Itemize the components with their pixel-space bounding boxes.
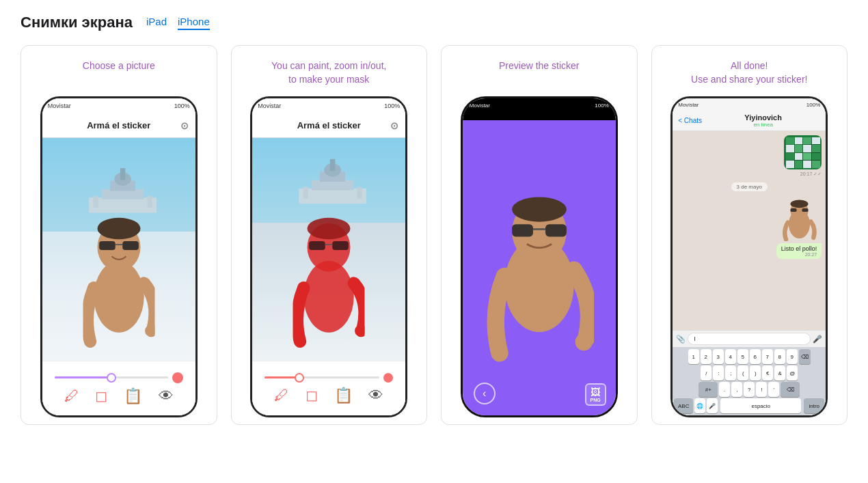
key-1[interactable]: 1 (688, 349, 699, 364)
svg-rect-25 (333, 241, 349, 250)
tab-ipad[interactable]: iPad (146, 16, 167, 30)
brush-tool-2[interactable]: 🖊 (274, 387, 289, 404)
message-input[interactable]: I (688, 333, 811, 345)
svg-rect-10 (99, 241, 116, 250)
svg-rect-38 (791, 208, 797, 212)
key-4[interactable]: 4 (725, 349, 736, 364)
svg-point-13 (145, 325, 154, 337)
key-9[interactable]: 9 (787, 349, 798, 364)
screenshots-grid: Choose a picture Movistar 100% Armá el s… (21, 45, 847, 425)
key-6[interactable]: 6 (750, 349, 761, 364)
screenshot-card-3: Preview the sticker Movistar 100% (441, 45, 638, 425)
page-header: Снимки экрана iPad iPhone (21, 14, 847, 31)
nav-bar-1: Armá el sticker ⊙ (42, 113, 195, 138)
tab-navigation: iPad iPhone (146, 16, 210, 30)
key-3[interactable]: 3 (713, 349, 724, 364)
status-bar-2: Movistar 100% (252, 98, 405, 113)
phone-mockup-4: Movistar 100% < Chats Yiyinovich en líne… (670, 96, 828, 417)
screenshot-card-4: All done! Use and share your sticker! Mo… (651, 45, 848, 425)
message-date: 3 de mayo (677, 180, 822, 194)
chat-online-status: en línea (706, 122, 820, 128)
sticker-svg-small (777, 197, 822, 241)
svg-rect-39 (802, 208, 809, 212)
slider-track-1[interactable] (55, 376, 168, 378)
key-lparen[interactable]: ( (737, 365, 748, 381)
phone-mockup-3: Movistar 100% ‹ (461, 96, 618, 417)
clipboard-tool-2[interactable]: 📋 (334, 387, 353, 404)
key-backspace[interactable]: ⌫ (799, 349, 811, 364)
keyboard-row-numbers: 1 2 3 4 5 6 7 8 9 ⌫ (674, 349, 824, 364)
photo-area-1 (42, 138, 195, 361)
page-title: Снимки экрана (21, 14, 133, 31)
key-globe[interactable]: 🌐 (694, 398, 705, 413)
toolbar-2: 🖊 ◻ 📋 👁 (252, 361, 405, 415)
color-dot-2[interactable] (383, 373, 393, 383)
key-8[interactable]: 8 (774, 349, 785, 364)
status-bar-1: Movistar 100% (42, 98, 195, 113)
key-more[interactable]: #+ (699, 382, 718, 397)
caption-2: You can paint, zoom in/out, to make your… (271, 59, 386, 87)
message-text: Listo el pollo! 20:27 (677, 243, 822, 259)
key-return[interactable]: intro (804, 398, 824, 413)
eraser-tool-2[interactable]: ◻ (306, 387, 318, 404)
msg-time-2: 20:27 (781, 252, 817, 257)
tab-iphone[interactable]: iPhone (178, 16, 210, 30)
svg-rect-18 (330, 159, 335, 171)
person-svg-1 (83, 197, 154, 361)
chat-status-bar: Movistar 100% (673, 98, 826, 111)
chat-user-info: Yiyinovich en línea (706, 113, 820, 128)
png-export-button[interactable]: 🖼 PNG (585, 383, 606, 406)
preview-tool-2[interactable]: 👁 (368, 387, 383, 404)
brush-tool[interactable]: 🖊 (64, 387, 79, 405)
svg-rect-32 (545, 224, 567, 236)
sticker-person (485, 180, 594, 378)
key-exclaim[interactable]: ! (756, 382, 767, 397)
key-period[interactable]: . (719, 382, 730, 397)
key-backspace-2[interactable]: ⌫ (781, 382, 800, 397)
back-button-preview[interactable]: ‹ (474, 383, 496, 404)
color-dot-1[interactable] (172, 372, 183, 383)
caption-1: Choose a picture (83, 59, 155, 87)
key-7[interactable]: 7 (762, 349, 773, 364)
tools-row-2: 🖊 ◻ 📋 👁 (258, 387, 400, 404)
svg-rect-31 (512, 224, 533, 236)
key-2[interactable]: 2 (701, 349, 711, 364)
slider-track-2[interactable] (265, 376, 379, 378)
preview-tool[interactable]: 👁 (159, 387, 174, 405)
chat-input-bar: 📎 I 🎤 (673, 330, 826, 347)
key-slash[interactable]: / (701, 365, 711, 381)
keyboard-row-punct: #+ . , ? ! ' ⌫ (674, 382, 824, 397)
key-5[interactable]: 5 (737, 349, 748, 364)
key-rparen[interactable]: ) (750, 365, 761, 381)
caption-3: Preview the sticker (499, 59, 579, 87)
keyboard-row-bottom: ABC 🌐 🎤 espacio intro (674, 398, 824, 413)
photo-area-2 (252, 138, 405, 361)
notch-cutout (508, 98, 570, 116)
slider-row-2 (258, 373, 400, 383)
key-question[interactable]: ? (744, 382, 755, 397)
key-comma[interactable]: , (731, 382, 742, 397)
toolbar-1: 🖊 ◻ 📋 👁 (42, 361, 195, 415)
screenshot-card-1: Choose a picture Movistar 100% Armá el s… (21, 45, 217, 425)
eraser-tool[interactable]: ◻ (95, 387, 107, 405)
key-colon[interactable]: : (713, 365, 724, 381)
clipboard-tool[interactable]: 📋 (124, 387, 142, 405)
keyboard-row-symbols: / : ; ( ) € & @ (674, 365, 824, 381)
svg-rect-24 (309, 241, 325, 250)
key-at[interactable]: @ (787, 365, 798, 381)
voice-icon[interactable]: 🎤 (813, 335, 822, 344)
chat-username: Yiyinovich (706, 113, 820, 122)
svg-point-34 (575, 333, 592, 350)
key-mic[interactable]: 🎤 (707, 398, 718, 413)
key-semicolon[interactable]: ; (725, 365, 736, 381)
attachment-icon[interactable]: 📎 (676, 335, 686, 344)
key-space[interactable]: espacio (720, 398, 801, 413)
key-quote[interactable]: ' (768, 382, 779, 397)
chat-back-button[interactable]: < Chats (678, 117, 702, 124)
nav-bar-2: Armá el sticker ⊙ (252, 113, 405, 138)
key-amp[interactable]: & (774, 365, 785, 381)
key-abc[interactable]: ABC (674, 398, 693, 413)
camera-icon-2: ⊙ (390, 120, 398, 131)
screenshot-card-2: You can paint, zoom in/out, to make your… (231, 45, 428, 425)
key-euro[interactable]: € (762, 365, 773, 381)
